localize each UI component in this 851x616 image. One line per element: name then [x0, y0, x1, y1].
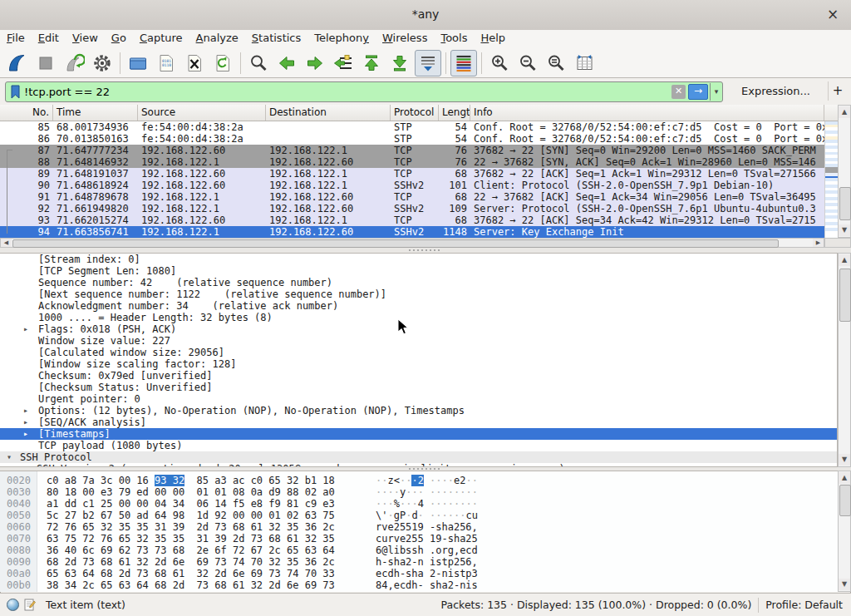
find-packet-icon[interactable]	[245, 50, 272, 76]
scroll-up-icon[interactable]: ▲	[839, 472, 850, 484]
hex-row-00a0[interactable]: 00a065 63 64 68 2d 73 68 61 32 2d 6e 69 …	[0, 568, 838, 579]
hex-row-0090[interactable]: 009068 2d 73 68 61 32 2d 6e 69 73 74 70 …	[0, 556, 838, 568]
packet-row-86[interactable]: 8670.013850163fe:54:00:d4:38:2aSTP54Conf…	[0, 133, 824, 145]
packet-list-hscrollbar[interactable]: ◀ ▶	[0, 238, 824, 248]
menu-capture[interactable]: Capture	[133, 30, 189, 47]
detail-row[interactable]: [Window size scaling factor: 128]	[0, 358, 838, 370]
column-header-source[interactable]: Source	[138, 105, 266, 121]
column-header-info[interactable]: Info	[470, 105, 824, 121]
column-header-no[interactable]: No.	[0, 105, 53, 121]
detail-row[interactable]: ▸Options: (12 bytes), No-Operation (NOP)…	[0, 405, 838, 416]
packet-row-89[interactable]: 8971.648191037192.168.122.60192.168.122.…	[0, 168, 824, 180]
hex-row-0050[interactable]: 00505c 27 b2 67 50 ad 64 98 1d 92 00 00 …	[0, 510, 838, 521]
detail-row[interactable]: [Calculated window size: 29056]	[0, 347, 838, 358]
packet-row-91[interactable]: 9171.648789678192.168.122.1192.168.122.6…	[0, 191, 824, 203]
detail-row[interactable]: 1000 .... = Header Length: 32 bytes (8)	[0, 312, 838, 323]
reload-file-icon[interactable]	[209, 50, 236, 76]
packet-row-88[interactable]: 8871.648146932192.168.122.1192.168.122.6…	[0, 156, 824, 168]
packet-row-93[interactable]: 9371.662015274192.168.122.60192.168.122.…	[0, 214, 824, 226]
packet-row-94[interactable]: 9471.663856741192.168.122.1192.168.122.6…	[0, 226, 824, 238]
clear-filter-icon[interactable]: ✕	[671, 85, 686, 99]
expander-collapsed-icon[interactable]: ▸	[23, 416, 28, 428]
packet-list-scrollbar[interactable]: ▲ ▼	[838, 105, 851, 238]
detail-row[interactable]: [Checksum Status: Unverified]	[0, 382, 838, 393]
detail-row[interactable]: [Stream index: 0]	[0, 254, 838, 265]
profile-status[interactable]: Profile: Default	[765, 599, 843, 611]
display-filter-input[interactable]	[21, 86, 671, 98]
zoom-out-icon[interactable]	[514, 50, 541, 76]
expert-info-icon[interactable]	[7, 599, 19, 611]
menu-view[interactable]: View	[66, 30, 105, 47]
packet-row-87[interactable]: 8771.647777234192.168.122.60192.168.122.…	[0, 145, 824, 156]
menu-go[interactable]: Go	[105, 30, 133, 47]
detail-row[interactable]: [TCP Segment Len: 1080]	[0, 265, 838, 277]
hex-row-0030[interactable]: 003080 18 00 e3 79 ed 00 00 01 01 08 0a …	[0, 486, 838, 498]
scroll-thumb[interactable]	[839, 269, 851, 322]
go-forward-icon[interactable]	[302, 50, 328, 76]
menu-telephony[interactable]: Telephony	[307, 30, 376, 47]
start-capture-icon[interactable]	[4, 50, 31, 76]
packet-minimap[interactable]	[824, 121, 839, 238]
capture-options-icon[interactable]	[89, 50, 116, 76]
expander-expanded-icon[interactable]: ▾	[7, 451, 12, 463]
column-header-protocol[interactable]: Protocol	[391, 105, 439, 121]
expander-collapsed-icon[interactable]: ▸	[23, 323, 28, 335]
hex-row-0020[interactable]: 0020c0 a8 7a 3c 00 16 93 32 85 a3 ac c0 …	[0, 475, 838, 486]
detail-row[interactable]: ▾SSH Protocol	[0, 451, 838, 463]
menu-edit[interactable]: Edit	[32, 30, 66, 47]
detail-row[interactable]: ▸[SEQ/ACK analysis]	[0, 416, 838, 428]
hex-row-0060[interactable]: 006072 76 65 32 35 35 31 39 2d 73 68 61 …	[0, 521, 838, 533]
detail-row[interactable]: Window size value: 227	[0, 335, 838, 347]
save-file-icon[interactable]: 01010110	[153, 50, 180, 76]
column-header-time[interactable]: Time	[53, 105, 138, 121]
menu-wireless[interactable]: Wireless	[376, 30, 434, 47]
go-last-icon[interactable]	[386, 50, 413, 76]
display-filter-field[interactable]: ✕ → ▾	[5, 81, 723, 102]
scroll-up-icon[interactable]: ▲	[839, 254, 850, 266]
scroll-down-icon[interactable]: ▼	[839, 224, 850, 236]
menu-file[interactable]: File	[0, 30, 32, 47]
restart-capture-icon[interactable]	[61, 50, 87, 76]
go-back-icon[interactable]	[273, 50, 300, 76]
bookmark-icon[interactable]	[10, 85, 21, 99]
scroll-down-icon[interactable]: ▼	[839, 454, 850, 466]
auto-scroll-icon[interactable]	[415, 50, 441, 76]
filter-dropdown-icon[interactable]: ▾	[710, 83, 722, 101]
column-header-destination[interactable]: Destination	[266, 105, 391, 121]
expander-collapsed-icon[interactable]: ▸	[23, 428, 28, 440]
go-first-icon[interactable]	[358, 50, 385, 76]
expression-button[interactable]: Expression...	[735, 81, 817, 101]
hex-row-0080[interactable]: 008036 40 6c 69 62 73 73 68 2e 6f 72 67 …	[0, 545, 838, 556]
scroll-left-icon[interactable]: ◀	[1, 239, 12, 247]
detail-row[interactable]: Sequence number: 42 (relative sequence n…	[0, 277, 838, 288]
scroll-thumb[interactable]	[839, 485, 851, 516]
detail-row[interactable]: Urgent pointer: 0	[0, 393, 838, 405]
detail-row[interactable]: ▸[Timestamps]	[0, 428, 838, 440]
menu-statistics[interactable]: Statistics	[245, 30, 307, 47]
detail-row[interactable]: TCP payload (1080 bytes)	[0, 440, 838, 451]
stop-capture-icon[interactable]	[32, 50, 59, 76]
scroll-up-icon[interactable]: ▲	[839, 106, 850, 118]
colorize-icon[interactable]	[450, 50, 477, 76]
detail-row[interactable]: ▸Flags: 0x018 (PSH, ACK)	[0, 323, 838, 335]
menu-tools[interactable]: Tools	[434, 30, 474, 47]
apply-filter-icon[interactable]: →	[688, 84, 708, 100]
go-to-packet-icon[interactable]	[330, 50, 357, 76]
scroll-thumb[interactable]	[839, 187, 851, 220]
packet-row-85[interactable]: 8568.001734936fe:54:00:d4:38:2aSTP54Conf…	[0, 121, 824, 133]
zoom-normal-icon[interactable]	[543, 50, 569, 76]
open-file-icon[interactable]	[125, 50, 151, 76]
packet-row-90[interactable]: 9071.648618924192.168.122.60192.168.122.…	[0, 180, 824, 191]
close-file-icon[interactable]	[181, 50, 208, 76]
detail-scrollbar[interactable]: ▲ ▼	[838, 253, 851, 467]
column-header-length[interactable]: Length	[439, 105, 470, 121]
expander-collapsed-icon[interactable]: ▸	[23, 405, 28, 416]
hex-scrollbar[interactable]: ▲ ▼	[838, 471, 851, 592]
packet-row-92[interactable]: 9271.661949820192.168.122.1192.168.122.6…	[0, 203, 824, 214]
detail-row[interactable]: Checksum: 0x79ed [unverified]	[0, 370, 838, 382]
hex-row-0040[interactable]: 0040a1 dd c1 25 00 00 04 34 06 14 f5 e8 …	[0, 498, 838, 510]
resize-columns-icon[interactable]	[571, 50, 598, 76]
menu-help[interactable]: Help	[474, 30, 512, 47]
detail-row[interactable]: [Next sequence number: 1122 (relative se…	[0, 288, 838, 300]
zoom-in-icon[interactable]	[486, 50, 513, 76]
